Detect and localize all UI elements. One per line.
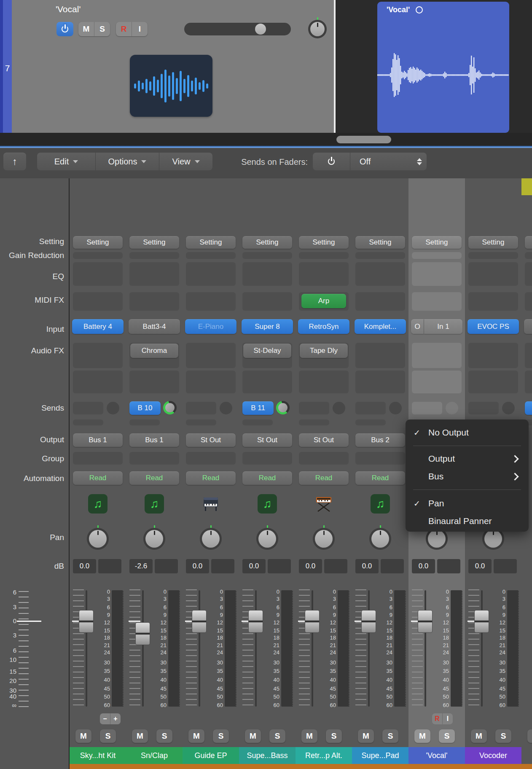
vocal-audio-region[interactable]: 'Vocal'	[377, 2, 509, 133]
pan-knob[interactable]	[313, 528, 335, 550]
volume-fader[interactable]	[248, 610, 263, 633]
midi-fx-slot[interactable]	[468, 292, 518, 311]
solo-button[interactable]: S	[382, 729, 398, 743]
solo-button[interactable]: S	[439, 729, 455, 743]
track-name[interactable]: Retr...p Alt.	[296, 747, 352, 764]
send-bus-button[interactable]	[525, 401, 532, 415]
send-level-knob[interactable]	[163, 401, 177, 414]
mute-button[interactable]: M	[301, 729, 317, 743]
mute-button[interactable]: M	[245, 729, 261, 743]
track-name[interactable]: Vocoder	[465, 747, 521, 764]
volume-fader[interactable]	[79, 610, 94, 633]
volume-db-value[interactable]: 0.0	[299, 559, 322, 573]
track-name[interactable]: Sky...ht Kit	[70, 747, 126, 764]
setting-button[interactable]: Setting	[525, 236, 532, 249]
mute-button[interactable]: M	[78, 22, 94, 36]
midi-fx-slot[interactable]	[186, 292, 236, 311]
volume-fader[interactable]	[135, 622, 150, 645]
track-name[interactable]: 'Vocal'	[408, 747, 465, 764]
volume-db-value[interactable]: -2.6	[129, 559, 153, 573]
input-button[interactable]: In 1	[424, 319, 462, 334]
menu-view[interactable]: View	[159, 153, 212, 170]
audio-fx-slot[interactable]	[412, 371, 462, 393]
midi-fx-slot[interactable]	[525, 292, 532, 311]
audio-fx-slot[interactable]	[186, 343, 236, 368]
eq-slot[interactable]	[299, 262, 349, 286]
send-slot[interactable]	[355, 402, 386, 414]
input-button[interactable]: Battery 4	[72, 319, 124, 334]
setting-button[interactable]: Setting	[73, 236, 123, 249]
audio-fx-slot[interactable]	[525, 371, 532, 393]
output-button[interactable]: Bus 1	[129, 433, 179, 447]
volume-fader[interactable]	[361, 610, 376, 633]
group-slot[interactable]	[129, 452, 179, 465]
send-bus-button[interactable]: B 11	[242, 401, 274, 415]
audio-fx-slot[interactable]	[468, 371, 518, 393]
audio-fx-slot[interactable]	[299, 371, 349, 393]
volume-db-value[interactable]: 0.0	[468, 559, 492, 573]
mute-button[interactable]: M	[471, 729, 487, 743]
midi-fx-slot[interactable]	[355, 292, 405, 311]
input-monitor-button[interactable]: I	[442, 713, 453, 724]
setting-button[interactable]: Setting	[468, 236, 518, 249]
mute-button[interactable]: M	[414, 729, 430, 743]
record-enable-button[interactable]: R	[432, 713, 442, 724]
volume-slider-thumb[interactable]	[255, 24, 266, 35]
volume-db-value[interactable]: 0.0	[73, 559, 96, 573]
output-button[interactable]: St Out	[299, 433, 349, 447]
volume-db-value[interactable]: 0.0	[355, 559, 379, 573]
zoom-out-button[interactable]: −	[100, 713, 110, 724]
output-button[interactable]: Bus 1	[73, 433, 123, 447]
input-button[interactable]: RetroSyn	[298, 319, 349, 334]
back-arrow-button[interactable]: ↑	[3, 153, 26, 170]
audio-fx-slot[interactable]	[412, 343, 462, 368]
audio-fx-slot[interactable]	[242, 371, 292, 393]
menu-item-binaural-panner[interactable]: Binaural Panner	[406, 513, 529, 530]
group-slot[interactable]	[355, 452, 405, 465]
group-slot[interactable]	[242, 452, 292, 465]
mute-button[interactable]: M	[188, 729, 204, 743]
menu-item-bus[interactable]: Bus	[406, 468, 529, 485]
mute-button[interactable]: M	[527, 729, 532, 743]
solo-button[interactable]: S	[269, 729, 285, 743]
setting-button[interactable]: Setting	[186, 236, 236, 249]
audio-fx-slot[interactable]	[355, 371, 405, 393]
midi-fx-slot[interactable]	[412, 292, 462, 311]
solo-button[interactable]: S	[100, 729, 116, 743]
audio-fx-button[interactable]: Tape Dly	[300, 344, 348, 358]
midi-fx-slot[interactable]	[242, 292, 292, 311]
sends-on-faders-power-button[interactable]	[313, 153, 350, 170]
midi-fx-arp-button[interactable]: Arp	[301, 294, 346, 308]
pan-knob-header[interactable]	[308, 20, 327, 38]
audio-fx-button[interactable]: St-Delay	[243, 344, 291, 358]
volume-db-value[interactable]: 0.0	[186, 559, 209, 573]
menu-options[interactable]: Options	[95, 153, 159, 170]
setting-button[interactable]: Setting	[129, 236, 179, 249]
audio-fx-slot[interactable]	[73, 371, 123, 393]
pan-knob[interactable]	[200, 528, 222, 550]
group-slot[interactable]	[186, 452, 236, 465]
track-name[interactable]: Guide EP	[183, 747, 239, 764]
solo-button[interactable]: S	[326, 729, 342, 743]
send-level-knob[interactable]	[276, 401, 290, 414]
automation-read-button[interactable]: Read	[299, 471, 349, 485]
eq-slot[interactable]	[186, 262, 236, 286]
mute-button[interactable]: M	[358, 729, 374, 743]
setting-button[interactable]: Setting	[355, 236, 405, 249]
track-name[interactable]: Sn/Clap	[126, 747, 183, 764]
output-button[interactable]: Bus 2	[355, 433, 405, 447]
volume-fader[interactable]	[474, 610, 489, 633]
send-slot[interactable]	[186, 402, 216, 414]
mute-button[interactable]: M	[75, 729, 91, 743]
audio-fx-slot[interactable]	[468, 343, 518, 368]
volume-db-value[interactable]: 0.0	[412, 559, 435, 573]
midi-fx-slot[interactable]	[73, 292, 123, 311]
solo-button[interactable]: S	[213, 729, 229, 743]
setting-button[interactable]: Setting	[412, 236, 462, 249]
input-button[interactable]: EVOC PS	[468, 319, 519, 334]
automation-read-button[interactable]: Read	[73, 471, 123, 485]
eq-slot[interactable]	[242, 262, 292, 286]
pan-knob[interactable]	[143, 528, 165, 550]
output-button[interactable]: St Out	[186, 433, 236, 447]
volume-slider[interactable]	[184, 23, 291, 35]
